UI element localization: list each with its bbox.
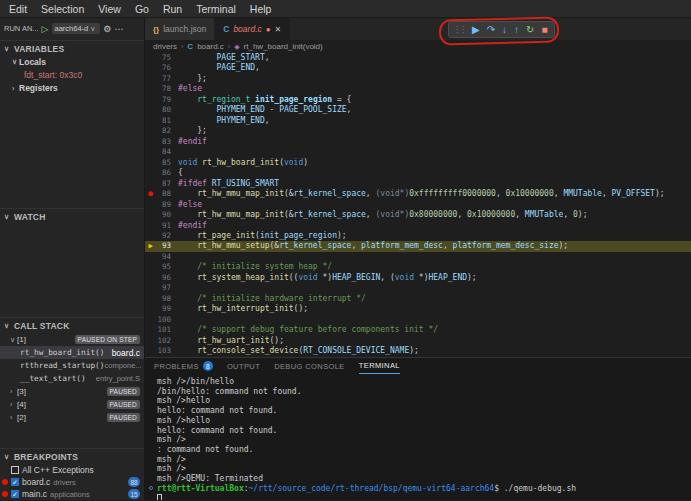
code-line-84[interactable]: 84 bbox=[145, 147, 691, 157]
close-icon[interactable]: ✕ bbox=[275, 25, 282, 34]
line-number[interactable]: 94 bbox=[156, 252, 178, 262]
stack-frame[interactable]: rt_hw_board_init()board.c bbox=[0, 346, 144, 359]
line-number[interactable]: 103 bbox=[156, 346, 178, 356]
restart-icon[interactable]: ↻ bbox=[526, 25, 534, 35]
line-number[interactable]: 86 bbox=[156, 168, 178, 178]
line-number[interactable]: 90 bbox=[156, 210, 178, 220]
code-line-76[interactable]: 76 PAGE_END, bbox=[145, 63, 691, 73]
code-line-95[interactable]: 95 /* initialize system heap */ bbox=[145, 262, 691, 272]
line-number[interactable]: 102 bbox=[156, 336, 178, 346]
breakpoint-row[interactable]: ✓board.cdrivers88 bbox=[0, 476, 144, 488]
locals-group[interactable]: ∨ Locals bbox=[0, 56, 144, 69]
code-line-86[interactable]: 86{ bbox=[145, 168, 691, 178]
panel-tab-debug-console[interactable]: DEBUG CONSOLE bbox=[274, 358, 345, 374]
menu-item-go[interactable]: Go bbox=[128, 3, 156, 15]
code-line-79[interactable]: 79 rt_region_t init_page_region = { bbox=[145, 95, 691, 105]
checkbox-checked[interactable]: ✓ bbox=[11, 478, 19, 486]
step-into-icon[interactable]: ↓ bbox=[502, 25, 507, 35]
code-line-77[interactable]: 77 }; bbox=[145, 74, 691, 84]
menu-item-terminal[interactable]: Terminal bbox=[189, 3, 243, 15]
code-line-88[interactable]: ●88 rt_hw_mmu_map_init(&rt_kernel_space,… bbox=[145, 189, 691, 199]
line-number[interactable]: 82 bbox=[156, 126, 178, 136]
menu-item-selection[interactable]: Selection bbox=[34, 3, 91, 15]
code-line-87[interactable]: 87#ifdef RT_USING_SMART bbox=[145, 179, 691, 189]
variable-fdt-start[interactable]: fdt_start: 0x3c0 bbox=[0, 69, 144, 82]
code-line-90[interactable]: 90 rt_hw_mmu_map_init(&rt_kernel_space, … bbox=[145, 210, 691, 220]
watch-header[interactable]: ∨ WATCH bbox=[0, 209, 144, 224]
code-line-100[interactable]: 100 bbox=[145, 315, 691, 325]
line-number[interactable]: 93 bbox=[156, 241, 178, 251]
line-number[interactable]: 95 bbox=[156, 262, 178, 272]
terminal-output[interactable]: msh />/bin/hello/bin/hello: command not … bbox=[145, 374, 691, 500]
menu-item-edit[interactable]: Edit bbox=[2, 3, 34, 15]
line-number[interactable]: 89 bbox=[156, 200, 178, 210]
debug-config-select[interactable]: aarch64-d ∨ bbox=[52, 23, 101, 34]
breakpoint-row[interactable]: ✓main.capplications15 bbox=[0, 488, 144, 500]
menu-item-help[interactable]: Help bbox=[243, 3, 279, 15]
code-line-97[interactable]: 97 bbox=[145, 283, 691, 293]
code-line-78[interactable]: 78#else bbox=[145, 84, 691, 94]
code-editor[interactable]: 75 PAGE_START,76 PAGE_END,77 };78#else79… bbox=[145, 53, 691, 357]
line-number[interactable]: 88 bbox=[156, 189, 178, 199]
line-number[interactable]: 77 bbox=[156, 74, 178, 84]
more-actions-icon[interactable]: ⋯ bbox=[114, 24, 123, 34]
line-number[interactable]: 84 bbox=[156, 147, 178, 157]
stack-frame[interactable]: __text_start()entry_point.S bbox=[0, 372, 144, 385]
line-number[interactable]: 75 bbox=[156, 53, 178, 63]
breadcrumb-item[interactable]: rt_hw_board_init(void) bbox=[244, 42, 323, 51]
step-over-icon[interactable]: ↷ bbox=[487, 25, 495, 35]
code-line-92[interactable]: 92 rt_page_init(init_page_region); bbox=[145, 231, 691, 241]
line-number[interactable]: 96 bbox=[156, 273, 178, 283]
panel-tab-problems[interactable]: PROBLEMS8 bbox=[154, 358, 213, 374]
start-debug-icon[interactable]: ▷ bbox=[42, 24, 49, 34]
code-line-75[interactable]: 75 PAGE_START, bbox=[145, 53, 691, 63]
call-stack-thread-[4][interactable]: ›[4]PAUSED bbox=[0, 398, 144, 411]
breadcrumb-item[interactable]: drivers bbox=[153, 42, 177, 51]
tab-launch.json[interactable]: {}launch.json bbox=[145, 18, 215, 40]
line-number[interactable]: 98 bbox=[156, 294, 178, 304]
line-number[interactable]: 76 bbox=[156, 63, 178, 73]
code-line-80[interactable]: 80 PHYMEM_END - PAGE_POOL_SIZE, bbox=[145, 105, 691, 115]
call-stack-thread-[3][interactable]: ›[3]PAUSED bbox=[0, 385, 144, 398]
line-number[interactable]: 81 bbox=[156, 116, 178, 126]
toolbar-grip-icon[interactable]: ⋮⋮ bbox=[453, 25, 465, 34]
line-number[interactable]: 91 bbox=[156, 221, 178, 231]
code-line-94[interactable]: 94 bbox=[145, 252, 691, 262]
breakpoint-exceptions-row[interactable]: All C++ Exceptions bbox=[0, 464, 144, 476]
variables-header[interactable]: ∨ VARIABLES bbox=[0, 41, 144, 56]
line-number[interactable]: 101 bbox=[156, 325, 178, 335]
panel-tab-output[interactable]: OUTPUT bbox=[227, 358, 260, 374]
stack-frame[interactable]: rtthread_startup()compone... bbox=[0, 359, 144, 372]
continue-icon[interactable]: ▶ bbox=[472, 25, 480, 35]
breadcrumb-item[interactable]: board.c bbox=[197, 42, 224, 51]
code-line-83[interactable]: 83#endif bbox=[145, 137, 691, 147]
step-out-icon[interactable]: ↑ bbox=[514, 25, 519, 35]
line-number[interactable]: 79 bbox=[156, 95, 178, 105]
code-line-96[interactable]: 96 rt_system_heap_init((void *)HEAP_BEGI… bbox=[145, 273, 691, 283]
panel-tab-terminal[interactable]: TERMINAL bbox=[359, 358, 400, 374]
line-number[interactable]: 87 bbox=[156, 179, 178, 189]
stop-icon[interactable]: ■ bbox=[541, 25, 547, 35]
line-number[interactable]: 92 bbox=[156, 231, 178, 241]
registers-group[interactable]: › Registers bbox=[0, 82, 144, 95]
code-line-81[interactable]: 81 PHYMEM_END, bbox=[145, 116, 691, 126]
line-number[interactable]: 80 bbox=[156, 105, 178, 115]
checkbox-checked[interactable]: ✓ bbox=[11, 490, 19, 498]
line-number[interactable]: 97 bbox=[156, 283, 178, 293]
code-line-102[interactable]: 102 rt_hw_uart_init(); bbox=[145, 336, 691, 346]
breakpoints-header[interactable]: ∨ BREAKPOINTS bbox=[0, 449, 144, 464]
code-line-82[interactable]: 82 }; bbox=[145, 126, 691, 136]
code-line-99[interactable]: 99 rt_hw_interrupt_init(); bbox=[145, 304, 691, 314]
code-line-103[interactable]: 103 rt_console_set_device(RT_CONSOLE_DEV… bbox=[145, 346, 691, 356]
tab-board.c[interactable]: Cboard.c●✕ bbox=[215, 18, 290, 40]
menu-item-run[interactable]: Run bbox=[156, 3, 189, 15]
code-line-85[interactable]: 85void rt_hw_board_init(void) bbox=[145, 158, 691, 168]
code-line-101[interactable]: 101 /* support debug feature before comp… bbox=[145, 325, 691, 335]
code-line-93[interactable]: ▶93 rt_hw_mmu_setup(&rt_kernel_space, pl… bbox=[145, 241, 691, 251]
breakpoint-icon[interactable]: ● bbox=[145, 189, 156, 199]
call-stack-header[interactable]: ∨ CALL STACK bbox=[0, 318, 144, 333]
call-stack-thread-[1][interactable]: ∨[1]PAUSED ON STEP bbox=[0, 333, 144, 346]
gear-icon[interactable]: ⚙ bbox=[103, 24, 111, 34]
code-line-89[interactable]: 89#else bbox=[145, 200, 691, 210]
line-number[interactable]: 100 bbox=[156, 315, 178, 325]
